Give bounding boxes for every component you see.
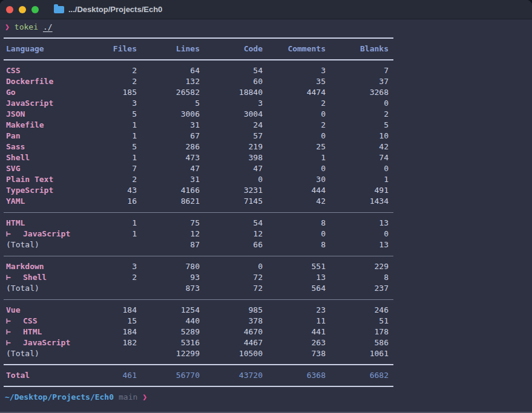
- table-row: Vue184125498523246: [4, 305, 393, 316]
- tree-branch-icon: ⊢: [6, 229, 23, 239]
- value-cell: 3: [200, 98, 263, 109]
- value-cell: 2: [74, 65, 137, 76]
- language-cell: YAML: [4, 196, 74, 207]
- value-cell: 6368: [263, 370, 326, 381]
- value-cell: 42: [263, 196, 326, 207]
- column-header-code: Code: [200, 44, 263, 54]
- language-cell: ⊢JavaScript: [4, 337, 74, 348]
- language-cell: Shell: [4, 152, 74, 163]
- value-cell: 66: [200, 239, 263, 250]
- shell-prompt-line: ~/Desktop/Projects/Ech0main❯: [0, 392, 532, 403]
- language-cell: Makefile: [4, 120, 74, 131]
- language-label: JavaScript: [23, 338, 70, 347]
- value-cell: 47: [137, 163, 200, 174]
- column-header-files: Files: [74, 44, 137, 54]
- table-row: ⊢Shell29372138: [4, 272, 393, 283]
- zoom-button[interactable]: [31, 6, 39, 13]
- value-cell: 219: [200, 141, 263, 152]
- prompt-arrow-icon: ❯: [5, 22, 10, 31]
- value-cell: 7: [326, 65, 393, 76]
- language-cell: Vue: [4, 305, 74, 316]
- language-label: Markdown: [6, 262, 44, 271]
- value-cell: 31: [137, 174, 200, 185]
- tokei-output-table: LanguageFilesLinesCodeCommentsBlanksCSS2…: [4, 33, 393, 392]
- language-cell: JavaScript: [4, 98, 74, 109]
- table-row: SVG7474700: [4, 163, 393, 174]
- value-cell: 5: [326, 120, 393, 131]
- language-label: Sass: [6, 142, 25, 151]
- value-cell: 2: [74, 272, 137, 283]
- value-cell: 564: [263, 283, 326, 294]
- value-cell: 11: [263, 316, 326, 327]
- value-cell: 57: [200, 131, 263, 141]
- value-cell: 4467: [200, 337, 263, 348]
- value-cell: 440: [137, 316, 200, 327]
- language-label: Makefile: [6, 120, 44, 129]
- table-row: YAML1686217145421434: [4, 196, 393, 207]
- language-label: Shell: [6, 153, 30, 162]
- language-cell: Markdown: [4, 261, 74, 272]
- value-cell: 67: [137, 131, 200, 141]
- value-cell: 3: [74, 261, 137, 272]
- language-label: CSS: [6, 66, 20, 75]
- value-cell: 7: [74, 163, 137, 174]
- tree-branch-icon: ⊢: [6, 316, 23, 327]
- language-cell: (Total): [4, 239, 74, 250]
- value-cell: 25: [263, 141, 326, 152]
- value-cell: 491: [326, 185, 393, 196]
- language-label: Plain Text: [6, 175, 53, 184]
- value-cell: 13: [326, 239, 393, 250]
- value-cell: 8621: [137, 196, 200, 207]
- value-cell: 2: [263, 98, 326, 109]
- minimize-button[interactable]: [19, 6, 26, 13]
- value-cell: [74, 239, 137, 250]
- language-label: Total: [6, 371, 30, 380]
- value-cell: 5: [74, 141, 137, 152]
- grand-total-row: Total461567704372063686682: [4, 370, 393, 381]
- language-cell: ⊢JavaScript: [4, 229, 74, 239]
- command-text: tokei: [15, 22, 38, 31]
- table-row: Dockerfile2132603537: [4, 76, 393, 87]
- value-cell: 8: [326, 272, 393, 283]
- value-cell: 0: [263, 163, 326, 174]
- language-cell: HTML: [4, 218, 74, 229]
- value-cell: 586: [326, 337, 393, 348]
- close-button[interactable]: [6, 6, 13, 13]
- prompt-arrow-icon: ❯: [142, 392, 147, 402]
- value-cell: 0: [263, 131, 326, 141]
- value-cell: 60: [200, 76, 263, 87]
- value-cell: 12299: [137, 348, 200, 359]
- terminal-content[interactable]: ❯tokei./ LanguageFilesLinesCodeCommentsB…: [0, 19, 532, 413]
- value-cell: 75: [137, 218, 200, 229]
- value-cell: 72: [200, 272, 263, 283]
- value-cell: 8: [263, 239, 326, 250]
- value-cell: 24: [200, 120, 263, 131]
- language-label: HTML: [6, 218, 25, 227]
- git-branch: main: [119, 392, 137, 402]
- value-cell: 398: [200, 152, 263, 163]
- value-cell: 738: [263, 348, 326, 359]
- command-prompt-line: ❯tokei./: [0, 22, 532, 33]
- language-cell: CSS: [4, 65, 74, 76]
- section-divider: [4, 294, 393, 305]
- table-border: [4, 381, 393, 392]
- table-row: Shell1473398174: [4, 152, 393, 163]
- tree-branch-icon: ⊢: [6, 337, 23, 348]
- language-label: JavaScript: [6, 99, 53, 108]
- value-cell: 5: [137, 98, 200, 109]
- value-cell: 4670: [200, 327, 263, 337]
- value-cell: 551: [263, 261, 326, 272]
- table-header-row: LanguageFilesLinesCodeCommentsBlanks: [4, 44, 393, 54]
- language-cell: Pan: [4, 131, 74, 141]
- value-cell: 74: [326, 152, 393, 163]
- language-label: (Total): [6, 349, 39, 358]
- language-label: Pan: [6, 131, 20, 140]
- value-cell: 93: [137, 272, 200, 283]
- value-cell: 72: [200, 283, 263, 294]
- value-cell: 13: [263, 272, 326, 283]
- value-cell: 31: [137, 120, 200, 131]
- language-cell: ⊢Shell: [4, 272, 74, 283]
- value-cell: 43: [74, 185, 137, 196]
- window-title: .../Desktop/Projects/Ech0: [68, 5, 162, 14]
- value-cell: 10500: [200, 348, 263, 359]
